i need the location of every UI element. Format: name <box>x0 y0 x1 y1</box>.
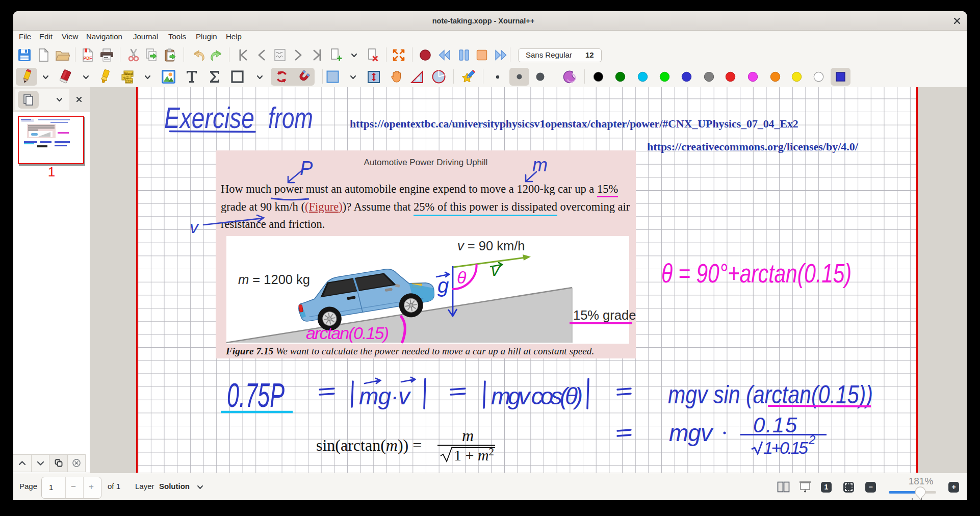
svg-text:v: v <box>190 217 199 237</box>
svg-text:m: m <box>532 154 548 175</box>
svg-text:m = 1200 kg: m = 1200 kg <box>238 272 310 287</box>
svg-text:Exercise: Exercise <box>164 101 254 134</box>
svg-text:Word: Word <box>124 72 133 75</box>
svg-text:arctan(0.15): arctan(0.15) <box>306 323 389 343</box>
svg-text:g: g <box>437 274 449 297</box>
svg-text:15% grade: 15% grade <box>573 308 636 322</box>
svg-text:v: v <box>491 261 500 279</box>
svg-text:1+0.15: 1+0.15 <box>763 438 808 457</box>
svg-text:2: 2 <box>808 433 815 447</box>
svg-text:0.75P: 0.75P <box>227 376 285 414</box>
svg-text:θ = 90°+arctan(0.15): θ = 90°+arctan(0.15) <box>661 259 852 288</box>
svg-text:0.15: 0.15 <box>753 413 797 437</box>
svg-text:mgv cos(θ): mgv cos(θ) <box>491 383 583 409</box>
svg-text:PDF: PDF <box>84 56 92 61</box>
svg-text:m: m <box>462 426 474 445</box>
svg-text:from: from <box>268 101 313 134</box>
svg-text:mg·v: mg·v <box>359 383 411 409</box>
svg-text:θ: θ <box>457 268 467 287</box>
svg-text:mgv sin (arctan(0.15)): mgv sin (arctan(0.15)) <box>668 380 873 409</box>
svg-text:mgv: mgv <box>669 420 714 446</box>
svg-text:1234: 1234 <box>125 80 133 83</box>
svg-text:文字: 文字 <box>123 76 129 80</box>
svg-text:v = 90 km/h: v = 90 km/h <box>457 239 525 253</box>
svg-text:P: P <box>300 158 313 179</box>
svg-text:1 + m2: 1 + m2 <box>454 446 494 463</box>
svg-text:sin(arctan(m)) =: sin(arctan(m)) = <box>316 436 422 454</box>
